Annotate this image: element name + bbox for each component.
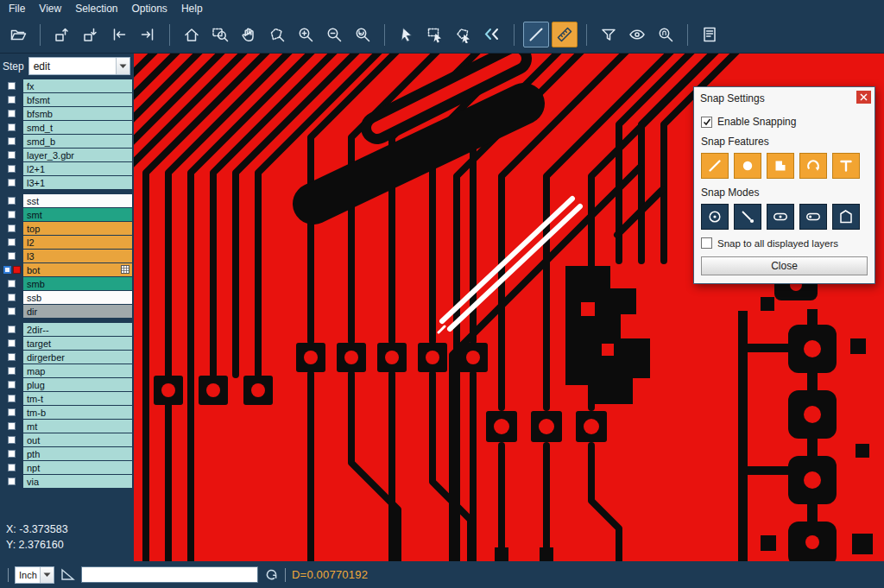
chevron-down-icon[interactable] [40,567,54,583]
layer-checkbox[interactable] [8,422,16,430]
toolbar-import-box-button[interactable] [78,22,104,47]
layer-checkbox[interactable] [8,82,16,90]
layer-checkbox[interactable] [8,339,16,347]
toolbar-zoom-polygon-button[interactable] [264,22,290,47]
command-input[interactable] [81,566,258,583]
toolbar-export-right-button[interactable] [135,22,161,47]
snap-feature-line-button[interactable] [701,153,729,179]
layer-checkbox[interactable] [8,477,16,485]
toolbar-zoom-window-button[interactable] [207,22,233,47]
layer-row-plug[interactable]: plug [0,378,134,391]
layer-row-ssb[interactable]: ssb [0,291,134,304]
toolbar-zoom-in-button[interactable] [293,22,319,47]
step-dropdown[interactable]: edit [28,57,130,75]
enable-snapping-checkbox[interactable] [701,117,712,128]
layer-checkbox[interactable] [8,151,16,159]
layer-checkbox[interactable] [8,123,16,131]
toolbar-mirror-button[interactable] [479,22,505,47]
layer-row-bot[interactable]: bot [0,263,134,276]
layer-row-2dir--[interactable]: 2dir-- [0,323,134,336]
layer-row-layer_3.gbr[interactable]: layer_3.gbr [0,149,134,161]
layer-checkbox[interactable] [8,294,16,301]
layer-row-bfsmb[interactable]: bfsmb [0,107,134,120]
enable-snapping-row[interactable]: Enable Snapping [701,116,868,128]
toolbar-zoom-out-button[interactable] [321,22,347,47]
menu-item-selection[interactable]: Selection [68,0,124,16]
snap-feature-circle-button[interactable] [734,153,761,179]
layer-checkbox[interactable] [8,326,16,333]
layer-row-top[interactable]: top [0,222,134,235]
snap-feature-arc-button[interactable] [799,153,827,179]
toolbar-report-button[interactable] [697,22,723,47]
layer-row-l2[interactable]: l2 [0,236,134,249]
layer-checkbox[interactable] [8,353,16,361]
menu-item-view[interactable]: View [32,0,68,16]
snap-feature-text-button[interactable] [832,153,860,179]
snap-all-layers-checkbox[interactable] [701,237,712,249]
snap-mode-contour-button[interactable] [832,204,860,230]
layer-row-smb[interactable]: smb [0,277,134,290]
layer-row-l3[interactable]: l3 [0,250,134,262]
layer-checkbox[interactable] [8,280,16,288]
toolbar-select-poly-button[interactable] [451,22,477,47]
toolbar-filter-button[interactable] [596,22,622,47]
layer-checkbox[interactable] [8,96,16,104]
layer-row-l3+1[interactable]: l3+1 [0,176,134,189]
layer-checkbox[interactable] [8,224,16,232]
menu-item-options[interactable]: Options [125,0,174,16]
chevron-down-icon[interactable] [116,58,129,74]
toolbar-find-button[interactable] [653,22,679,47]
layer-row-npt[interactable]: npt [0,461,134,474]
layer-row-out[interactable]: out [0,433,134,446]
dialog-close-button[interactable] [856,91,871,104]
layer-checkbox[interactable] [8,395,16,402]
layer-checkbox[interactable] [8,436,16,444]
layer-row-smt[interactable]: smt [0,208,134,221]
snap-all-layers-row[interactable]: Snap to all displayed layers [701,237,868,249]
layer-row-target[interactable]: target [0,337,134,350]
layer-checkbox[interactable] [8,307,16,315]
snap-mode-slot-button[interactable] [767,204,794,230]
layer-checkbox[interactable] [8,408,16,416]
layer-row-smd_b[interactable]: smd_b [0,135,134,148]
layer-row-sst[interactable]: sst [0,194,134,207]
toolbar-ruler-button[interactable] [552,22,578,47]
layer-row-smd_t[interactable]: smd_t [0,121,134,134]
layer-checkbox[interactable] [8,197,16,205]
layer-checkbox[interactable] [8,238,16,246]
layer-row-bfsmt[interactable]: bfsmt [0,93,134,106]
toolbar-import-left-button[interactable] [106,22,132,47]
menu-item-file[interactable]: File [2,0,32,16]
toolbar-open-button[interactable] [5,22,31,47]
layer-checkbox[interactable] [3,266,11,274]
layer-row-dir[interactable]: dir [0,305,134,318]
layer-row-via[interactable]: via [0,475,134,488]
toolbar-eye-button[interactable] [624,22,650,47]
layer-row-map[interactable]: map [0,364,134,377]
toolbar-pan-button[interactable] [236,22,262,47]
layer-checkbox[interactable] [8,110,16,117]
layer-row-mt[interactable]: mt [0,420,134,433]
layer-row-l2+1[interactable]: l2+1 [0,162,134,175]
snap-feature-pad-button[interactable] [767,153,794,179]
layer-row-dirgerber[interactable]: dirgerber [0,351,134,364]
layer-row-pth[interactable]: pth [0,447,134,460]
snap-mode-hole-button[interactable] [799,204,827,230]
toolbar-line-button[interactable] [523,22,549,47]
toolbar-zoom-back-button[interactable] [350,22,376,47]
unit-dropdown[interactable]: Inch [15,566,54,584]
close-button[interactable]: Close [701,256,868,275]
snap-mode-center-button[interactable] [701,204,729,230]
layer-checkbox[interactable] [8,252,16,260]
refresh-icon[interactable] [264,567,279,582]
layer-checkbox[interactable] [8,367,16,375]
layer-checkbox[interactable] [8,381,16,389]
menu-item-help[interactable]: Help [174,0,210,16]
layer-checkbox[interactable] [8,179,16,187]
layer-checkbox[interactable] [8,450,16,458]
toolbar-pointer-button[interactable] [394,22,420,47]
toolbar-select-rect-button[interactable] [422,22,448,47]
layer-row-tm-t[interactable]: tm-t [0,392,134,405]
layer-checkbox[interactable] [8,211,16,218]
layer-checkbox[interactable] [8,137,16,145]
